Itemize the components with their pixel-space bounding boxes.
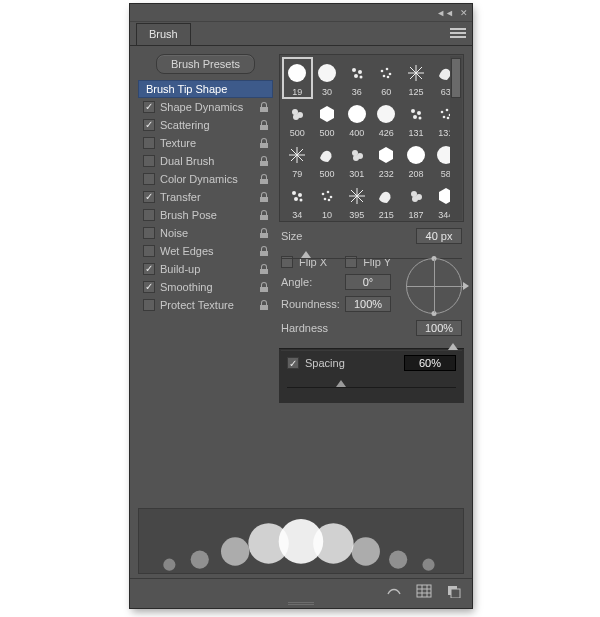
- brush-thumb[interactable]: 79: [283, 140, 312, 180]
- new-preset-icon[interactable]: [446, 584, 462, 598]
- brush-thumb[interactable]: 187: [402, 181, 431, 221]
- brush-thumb[interactable]: 10: [313, 181, 342, 221]
- brush-thumb[interactable]: 131: [402, 99, 431, 139]
- size-label: Size: [281, 230, 339, 242]
- lock-icon[interactable]: [258, 227, 270, 239]
- svg-point-4: [354, 74, 358, 78]
- svg-point-3: [358, 70, 362, 74]
- section-checkbox[interactable]: [143, 281, 155, 293]
- hardness-value[interactable]: 100%: [416, 320, 462, 336]
- lock-icon[interactable]: [258, 155, 270, 167]
- svg-point-57: [163, 559, 175, 571]
- section-checkbox[interactable]: [143, 209, 155, 221]
- size-value[interactable]: 40 px: [416, 228, 462, 244]
- svg-point-20: [377, 105, 395, 123]
- collapse-icon[interactable]: ◄◄: [436, 8, 454, 18]
- grid-view-icon[interactable]: [416, 584, 432, 598]
- brush-thumb[interactable]: 301: [342, 140, 371, 180]
- lock-icon[interactable]: [258, 281, 270, 293]
- brush-thumb[interactable]: 19: [283, 58, 312, 98]
- brush-thumb[interactable]: 30: [313, 58, 342, 98]
- section-texture[interactable]: Texture: [138, 134, 273, 152]
- lock-icon[interactable]: [258, 119, 270, 131]
- brush-thumb[interactable]: 60: [372, 58, 401, 98]
- section-checkbox[interactable]: [143, 245, 155, 257]
- tab-brush[interactable]: Brush: [136, 23, 191, 45]
- section-checkbox[interactable]: [143, 101, 155, 113]
- brush-presets-button[interactable]: Brush Presets: [156, 54, 255, 74]
- angle-value[interactable]: 0°: [345, 274, 391, 290]
- lock-icon[interactable]: [258, 299, 270, 311]
- svg-point-10: [387, 76, 390, 79]
- lock-icon[interactable]: [258, 101, 270, 113]
- grid-scrollbar[interactable]: [450, 56, 462, 220]
- section-dual-brush[interactable]: Dual Brush: [138, 152, 273, 170]
- panel-menu-icon[interactable]: [450, 26, 466, 38]
- section-scattering[interactable]: Scattering: [138, 116, 273, 134]
- brush-thumb[interactable]: 36: [342, 58, 371, 98]
- section-build-up[interactable]: Build-up: [138, 260, 273, 278]
- brush-thumb[interactable]: 208: [402, 140, 431, 180]
- svg-marker-18: [320, 106, 334, 122]
- section-checkbox[interactable]: [143, 119, 155, 131]
- spacing-slider[interactable]: [287, 379, 456, 389]
- section-checkbox[interactable]: [143, 263, 155, 275]
- brush-thumb[interactable]: 395: [342, 181, 371, 221]
- brush-thumb[interactable]: 34: [283, 181, 312, 221]
- section-checkbox[interactable]: [143, 299, 155, 311]
- hardness-label: Hardness: [281, 322, 339, 334]
- section-color-dynamics[interactable]: Color Dynamics: [138, 170, 273, 188]
- svg-point-55: [412, 196, 418, 202]
- svg-point-42: [294, 197, 298, 201]
- section-checkbox[interactable]: [143, 173, 155, 185]
- lock-icon[interactable]: [258, 263, 270, 275]
- brush-thumb[interactable]: 215: [372, 181, 401, 221]
- brush-thumb[interactable]: 426: [372, 99, 401, 139]
- close-icon[interactable]: ✕: [460, 8, 468, 18]
- angle-widget[interactable]: [406, 258, 462, 314]
- svg-rect-66: [417, 585, 431, 597]
- section-noise[interactable]: Noise: [138, 224, 273, 242]
- brush-thumb[interactable]: 500: [313, 140, 342, 180]
- svg-point-59: [221, 537, 249, 565]
- section-brush-pose[interactable]: Brush Pose: [138, 206, 273, 224]
- section-shape-dynamics[interactable]: Shape Dynamics: [138, 98, 273, 116]
- brush-thumb[interactable]: 125: [402, 58, 431, 98]
- brush-thumb[interactable]: 400: [342, 99, 371, 139]
- section-checkbox[interactable]: [143, 137, 155, 149]
- section-label: Noise: [160, 227, 258, 239]
- lock-icon[interactable]: [258, 209, 270, 221]
- brush-size-label: 187: [408, 211, 423, 221]
- tab-row: Brush: [130, 22, 472, 46]
- section-wet-edges[interactable]: Wet Edges: [138, 242, 273, 260]
- lock-icon[interactable]: [258, 245, 270, 257]
- brush-toggle-icon[interactable]: [386, 584, 402, 598]
- svg-point-44: [322, 193, 325, 196]
- brush-thumb[interactable]: 232: [372, 140, 401, 180]
- section-checkbox[interactable]: [143, 191, 155, 203]
- section-brush-tip-shape[interactable]: Brush Tip Shape: [138, 80, 273, 98]
- brush-size-label: 19: [292, 88, 302, 98]
- svg-point-58: [191, 551, 209, 569]
- section-label: Color Dynamics: [160, 173, 258, 185]
- section-label: Texture: [160, 137, 258, 149]
- lock-icon[interactable]: [258, 137, 270, 149]
- lock-icon[interactable]: [258, 173, 270, 185]
- brush-grid: 1930366012563500500400426131131795003012…: [279, 54, 464, 222]
- brush-thumb[interactable]: 500: [283, 99, 312, 139]
- section-transfer[interactable]: Transfer: [138, 188, 273, 206]
- spacing-value[interactable]: 60%: [404, 355, 456, 371]
- brush-thumb[interactable]: 500: [313, 99, 342, 139]
- spacing-checkbox[interactable]: [287, 357, 299, 369]
- lock-icon[interactable]: [258, 191, 270, 203]
- resize-handle[interactable]: [130, 602, 472, 608]
- section-checkbox[interactable]: [143, 227, 155, 239]
- svg-point-22: [417, 111, 421, 115]
- roundness-value[interactable]: 100%: [345, 296, 391, 312]
- section-smoothing[interactable]: Smoothing: [138, 278, 273, 296]
- brush-size-label: 30: [322, 88, 332, 98]
- section-protect-texture[interactable]: Protect Texture: [138, 296, 273, 314]
- svg-marker-37: [379, 147, 393, 163]
- section-checkbox[interactable]: [143, 155, 155, 167]
- brush-size-label: 500: [319, 129, 334, 139]
